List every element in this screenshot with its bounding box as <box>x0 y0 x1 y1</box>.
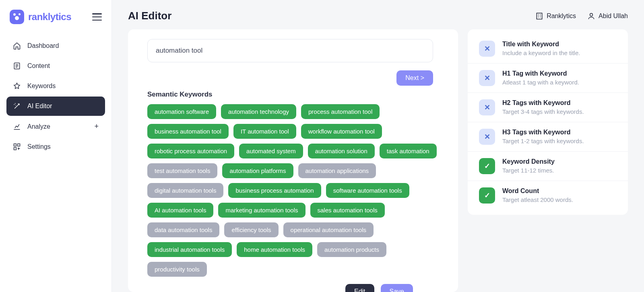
check-desc: Target 3-4 tags with keywords. <box>502 108 584 115</box>
sidebar: ranklytics DashboardContentKeywordsAI Ed… <box>0 0 112 292</box>
keyword-tag[interactable]: marketing automation tools <box>218 203 305 218</box>
content-wrap: Next > Semantic Keywords automation soft… <box>112 29 644 292</box>
keyword-tag[interactable]: automation software <box>147 104 216 119</box>
keyword-tag[interactable]: efficiency tools <box>224 222 278 237</box>
action-bar: Edit Save <box>147 284 445 292</box>
keyword-tag[interactable]: data automation tools <box>147 222 219 237</box>
cross-icon: ✕ <box>479 99 495 115</box>
keyword-tag[interactable]: automation platforms <box>222 163 293 178</box>
user-name: Abid Ullah <box>599 12 628 20</box>
check-desc: Include a keyword in the title. <box>502 49 580 56</box>
keyword-tag[interactable]: home automation tools <box>237 242 312 257</box>
check-title: H2 Tags with Keyword <box>502 99 584 107</box>
keyword-tag[interactable]: automation technology <box>221 104 296 119</box>
checklist-item: ✓Keyword DensityTarget 11-12 times. <box>468 152 628 181</box>
keyword-tag[interactable]: business process automation <box>228 183 321 198</box>
sidebar-item-label: Analyze <box>27 123 50 130</box>
keyword-tag[interactable]: task automation <box>380 144 437 158</box>
check-title: H1 Tag with Keyword <box>502 70 579 77</box>
wand-icon <box>13 102 21 110</box>
keyword-tag[interactable]: operational automation tools <box>283 222 374 237</box>
save-button[interactable]: Save <box>381 284 413 292</box>
cross-icon: ✕ <box>479 41 495 57</box>
checklist-item: ✕H3 Tags with KeywordTarget 1-2 tags wit… <box>468 122 628 152</box>
keyword-tag[interactable]: digital automation tools <box>147 183 223 198</box>
sidebar-item-content[interactable]: Content <box>6 56 105 76</box>
logo-row: ranklytics <box>0 10 111 34</box>
cross-icon: ✕ <box>479 70 495 86</box>
keyword-tag[interactable]: business automation tool <box>147 124 229 139</box>
editor-panel: Next > Semantic Keywords automation soft… <box>128 29 458 292</box>
keyword-input[interactable] <box>147 39 433 62</box>
check-title: Title with Keyword <box>502 41 580 48</box>
building-icon <box>535 12 543 20</box>
keyword-tag[interactable]: automation applications <box>298 163 376 178</box>
sidebar-item-label: Dashboard <box>27 42 59 49</box>
keyword-tag[interactable]: test automation tools <box>147 163 217 178</box>
keyword-tag[interactable]: process automation tool <box>301 104 380 119</box>
check-title: Word Count <box>502 187 573 195</box>
grid-icon <box>13 143 21 151</box>
keyword-tag[interactable]: productivity tools <box>147 262 207 277</box>
content-icon <box>13 62 21 70</box>
star-icon <box>13 82 21 90</box>
keyword-tag[interactable]: sales automation tools <box>310 203 385 218</box>
check-icon: ✓ <box>479 187 495 204</box>
sidebar-item-settings[interactable]: Settings <box>6 137 105 156</box>
user-icon <box>587 12 595 20</box>
semantic-title: Semantic Keywords <box>147 90 445 99</box>
topbar-right: Ranklytics Abid Ullah <box>535 12 628 20</box>
sidebar-item-keywords[interactable]: Keywords <box>6 76 105 96</box>
check-title: H3 Tags with Keyword <box>502 129 584 136</box>
brand-name: ranklytics <box>28 11 71 23</box>
next-button[interactable]: Next > <box>396 70 433 86</box>
keyword-tag[interactable]: automated system <box>239 144 303 158</box>
svg-rect-1 <box>14 144 17 146</box>
checklist-item: ✕H1 Tag with KeywordAtleast 1 tag with a… <box>468 64 628 93</box>
sidebar-item-label: Content <box>27 62 50 70</box>
keyword-tag[interactable]: automation products <box>317 242 386 257</box>
page-title: AI Editor <box>128 10 171 22</box>
keyword-tag[interactable]: automation solution <box>308 144 375 158</box>
topbar: AI Editor Ranklytics Abid Ullah <box>112 0 644 29</box>
chart-icon <box>13 123 21 131</box>
svg-rect-4 <box>537 13 542 19</box>
sidebar-item-ai-editor[interactable]: AI Editor <box>6 97 105 116</box>
keyword-tag[interactable]: AI automation tools <box>147 203 213 218</box>
check-icon: ✓ <box>479 158 495 174</box>
svg-rect-2 <box>18 144 20 146</box>
sidebar-item-label: Settings <box>27 143 51 150</box>
keyword-tag[interactable]: robotic process automation <box>147 144 234 158</box>
org-name: Ranklytics <box>547 12 576 20</box>
sidebar-item-label: Keywords <box>27 82 56 90</box>
keyword-tag[interactable]: software automation tools <box>326 183 409 198</box>
sidebar-item-dashboard[interactable]: Dashboard <box>6 36 105 56</box>
checklist-item: ✕Title with KeywordInclude a keyword in … <box>468 34 628 64</box>
sidebar-nav: DashboardContentKeywordsAI EditorAnalyze… <box>0 34 111 160</box>
home-icon <box>13 42 21 50</box>
svg-point-5 <box>590 13 593 16</box>
checklist-item: ✓Word CountTarget atleast 2000 words. <box>468 181 628 210</box>
sidebar-item-analyze[interactable]: Analyze+ <box>6 117 105 136</box>
user-menu[interactable]: Abid Ullah <box>587 12 628 20</box>
svg-rect-3 <box>14 148 17 150</box>
hamburger-icon[interactable] <box>92 13 102 21</box>
cross-icon: ✕ <box>479 129 495 145</box>
check-desc: Target 11-12 times. <box>502 167 555 174</box>
check-desc: Target 1-2 tags with keywords. <box>502 138 584 144</box>
sidebar-item-label: AI Editor <box>27 103 52 110</box>
keyword-tag[interactable]: IT automation tool <box>233 124 296 139</box>
check-title: Keyword Density <box>502 158 555 165</box>
edit-button[interactable]: Edit <box>345 284 374 292</box>
checklist-item: ✕H2 Tags with KeywordTarget 3-4 tags wit… <box>468 93 628 122</box>
org-switcher[interactable]: Ranklytics <box>535 12 576 20</box>
keyword-tag[interactable]: industrial automation tools <box>147 242 232 257</box>
check-desc: Atleast 1 tag with a keyword. <box>502 79 579 86</box>
logo-icon <box>10 10 24 24</box>
keyword-tags: automation softwareautomation technology… <box>147 104 437 277</box>
main: AI Editor Ranklytics Abid Ullah Next > S… <box>112 0 644 292</box>
keyword-tag[interactable]: workflow automation tool <box>301 124 382 139</box>
plus-icon: + <box>94 122 99 131</box>
logo[interactable]: ranklytics <box>10 10 71 24</box>
check-desc: Target atleast 2000 words. <box>502 196 573 203</box>
